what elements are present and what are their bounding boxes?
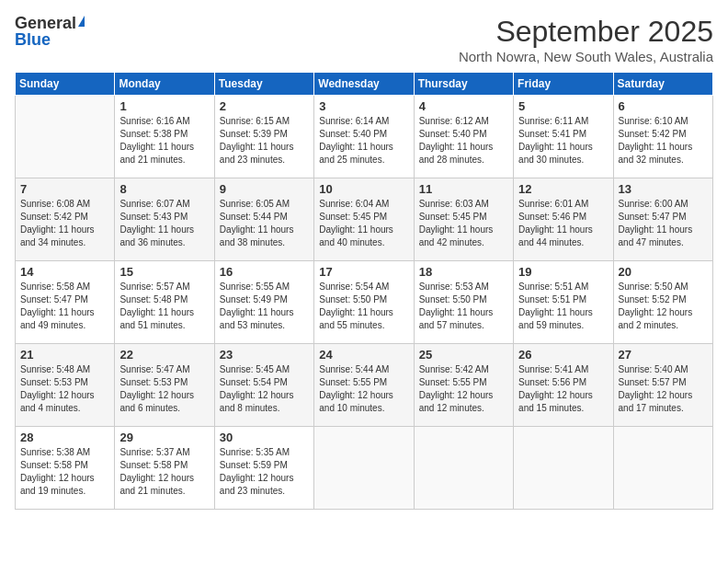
calendar-cell: 6 Sunrise: 6:10 AM Sunset: 5:42 PM Dayli…: [613, 96, 712, 178]
logo-icon: [78, 16, 85, 27]
calendar-cell: 9 Sunrise: 6:05 AM Sunset: 5:44 PM Dayli…: [214, 178, 313, 261]
calendar-cell: 24 Sunrise: 5:44 AM Sunset: 5:55 PM Dayl…: [314, 344, 414, 427]
calendar-cell: 19 Sunrise: 5:51 AM Sunset: 5:51 PM Dayl…: [514, 261, 613, 344]
calendar-cell: 27 Sunrise: 5:40 AM Sunset: 5:57 PM Dayl…: [613, 344, 712, 427]
calendar-cell: 23 Sunrise: 5:45 AM Sunset: 5:54 PM Dayl…: [214, 344, 313, 427]
day-number: 24: [319, 348, 408, 362]
day-info: Sunrise: 6:04 AM Sunset: 5:45 PM Dayligh…: [319, 198, 408, 249]
day-number: 27: [619, 348, 708, 362]
day-info: Sunrise: 5:50 AM Sunset: 5:52 PM Dayligh…: [619, 281, 708, 332]
day-info: Sunrise: 5:42 AM Sunset: 5:55 PM Dayligh…: [419, 363, 508, 415]
calendar-cell: 2 Sunrise: 6:15 AM Sunset: 5:39 PM Dayli…: [214, 96, 313, 178]
calendar-table: SundayMondayTuesdayWednesdayThursdayFrid…: [15, 72, 713, 510]
day-info: Sunrise: 5:37 AM Sunset: 5:58 PM Dayligh…: [119, 446, 209, 498]
day-number: 18: [419, 265, 508, 279]
day-number: 17: [319, 265, 408, 279]
calendar-cell: 15 Sunrise: 5:57 AM Sunset: 5:48 PM Dayl…: [115, 261, 214, 344]
week-row-4: 21 Sunrise: 5:48 AM Sunset: 5:53 PM Dayl…: [16, 344, 713, 427]
calendar-cell: 14 Sunrise: 5:58 AM Sunset: 5:47 PM Dayl…: [16, 261, 115, 344]
calendar-cell: [314, 427, 414, 510]
day-number: 8: [119, 182, 209, 196]
day-number: 22: [119, 348, 209, 362]
weekday-header-sunday: Sunday: [16, 73, 115, 96]
day-info: Sunrise: 5:55 AM Sunset: 5:49 PM Dayligh…: [220, 281, 309, 332]
day-info: Sunrise: 6:14 AM Sunset: 5:40 PM Dayligh…: [319, 115, 408, 167]
day-number: 23: [220, 348, 309, 362]
calendar-cell: 7 Sunrise: 6:08 AM Sunset: 5:42 PM Dayli…: [16, 178, 115, 261]
day-number: 14: [20, 265, 109, 279]
day-number: 19: [518, 265, 608, 279]
day-info: Sunrise: 6:12 AM Sunset: 5:40 PM Dayligh…: [419, 115, 508, 167]
page-header: General Blue September 2025 North Nowra,…: [15, 15, 713, 64]
calendar-cell: 8 Sunrise: 6:07 AM Sunset: 5:43 PM Dayli…: [115, 178, 214, 261]
day-info: Sunrise: 6:07 AM Sunset: 5:43 PM Dayligh…: [119, 198, 209, 249]
day-info: Sunrise: 6:10 AM Sunset: 5:42 PM Dayligh…: [619, 115, 708, 167]
month-title: September 2025: [459, 15, 713, 49]
day-number: 1: [119, 99, 209, 113]
weekday-header-thursday: Thursday: [414, 73, 513, 96]
weekday-header-tuesday: Tuesday: [214, 73, 313, 96]
logo-blue-text: Blue: [15, 31, 51, 48]
calendar-cell: 28 Sunrise: 5:38 AM Sunset: 5:58 PM Dayl…: [16, 427, 115, 510]
calendar-cell: 16 Sunrise: 5:55 AM Sunset: 5:49 PM Dayl…: [214, 261, 313, 344]
day-number: 15: [119, 265, 209, 279]
day-number: 2: [220, 99, 309, 113]
calendar-cell: 17 Sunrise: 5:54 AM Sunset: 5:50 PM Dayl…: [314, 261, 414, 344]
weekday-header-row: SundayMondayTuesdayWednesdayThursdayFrid…: [16, 73, 713, 96]
calendar-cell: 5 Sunrise: 6:11 AM Sunset: 5:41 PM Dayli…: [514, 96, 613, 178]
day-info: Sunrise: 5:40 AM Sunset: 5:57 PM Dayligh…: [619, 363, 708, 415]
day-number: 4: [419, 99, 508, 113]
week-row-3: 14 Sunrise: 5:58 AM Sunset: 5:47 PM Dayl…: [16, 261, 713, 344]
day-info: Sunrise: 5:51 AM Sunset: 5:51 PM Dayligh…: [518, 281, 608, 332]
calendar-cell: 3 Sunrise: 6:14 AM Sunset: 5:40 PM Dayli…: [314, 96, 414, 178]
weekday-header-friday: Friday: [514, 73, 613, 96]
day-number: 10: [319, 182, 408, 196]
day-info: Sunrise: 5:58 AM Sunset: 5:47 PM Dayligh…: [20, 281, 109, 332]
day-number: 29: [119, 431, 209, 444]
day-number: 26: [518, 348, 608, 362]
calendar-cell: 25 Sunrise: 5:42 AM Sunset: 5:55 PM Dayl…: [414, 344, 513, 427]
week-row-2: 7 Sunrise: 6:08 AM Sunset: 5:42 PM Dayli…: [16, 178, 713, 261]
day-info: Sunrise: 5:35 AM Sunset: 5:59 PM Dayligh…: [220, 446, 309, 498]
day-info: Sunrise: 5:44 AM Sunset: 5:55 PM Dayligh…: [319, 363, 408, 415]
day-info: Sunrise: 6:05 AM Sunset: 5:44 PM Dayligh…: [220, 198, 309, 249]
calendar-cell: 22 Sunrise: 5:47 AM Sunset: 5:53 PM Dayl…: [115, 344, 214, 427]
day-info: Sunrise: 6:00 AM Sunset: 5:47 PM Dayligh…: [619, 198, 708, 249]
calendar-cell: 30 Sunrise: 5:35 AM Sunset: 5:59 PM Dayl…: [214, 427, 313, 510]
day-number: 16: [220, 265, 309, 279]
day-info: Sunrise: 6:01 AM Sunset: 5:46 PM Dayligh…: [518, 198, 608, 249]
logo-general-text: General: [15, 15, 76, 31]
title-block: September 2025 North Nowra, New South Wa…: [459, 15, 713, 64]
day-number: 28: [20, 431, 109, 444]
day-number: 21: [20, 348, 109, 362]
calendar-cell: 11 Sunrise: 6:03 AM Sunset: 5:45 PM Dayl…: [414, 178, 513, 261]
day-info: Sunrise: 6:11 AM Sunset: 5:41 PM Dayligh…: [518, 115, 608, 167]
calendar-cell: 1 Sunrise: 6:16 AM Sunset: 5:38 PM Dayli…: [115, 96, 214, 178]
day-info: Sunrise: 5:57 AM Sunset: 5:48 PM Dayligh…: [119, 281, 209, 332]
logo: General Blue: [15, 15, 85, 48]
day-info: Sunrise: 6:15 AM Sunset: 5:39 PM Dayligh…: [220, 115, 309, 167]
day-number: 5: [518, 99, 608, 113]
location-title: North Nowra, New South Wales, Australia: [459, 49, 713, 64]
calendar-cell: 10 Sunrise: 6:04 AM Sunset: 5:45 PM Dayl…: [314, 178, 414, 261]
calendar-cell: 4 Sunrise: 6:12 AM Sunset: 5:40 PM Dayli…: [414, 96, 513, 178]
calendar-cell: [613, 427, 712, 510]
day-number: 25: [419, 348, 508, 362]
week-row-5: 28 Sunrise: 5:38 AM Sunset: 5:58 PM Dayl…: [16, 427, 713, 510]
day-info: Sunrise: 6:16 AM Sunset: 5:38 PM Dayligh…: [119, 115, 209, 167]
weekday-header-monday: Monday: [115, 73, 214, 96]
calendar-cell: [16, 96, 115, 178]
day-info: Sunrise: 5:38 AM Sunset: 5:58 PM Dayligh…: [20, 446, 109, 498]
calendar-cell: 18 Sunrise: 5:53 AM Sunset: 5:50 PM Dayl…: [414, 261, 513, 344]
day-number: 7: [20, 182, 109, 196]
calendar-cell: 21 Sunrise: 5:48 AM Sunset: 5:53 PM Dayl…: [16, 344, 115, 427]
day-number: 6: [619, 99, 708, 113]
day-number: 11: [419, 182, 508, 196]
day-number: 13: [619, 182, 708, 196]
weekday-header-saturday: Saturday: [613, 73, 712, 96]
day-info: Sunrise: 5:53 AM Sunset: 5:50 PM Dayligh…: [419, 281, 508, 332]
day-number: 30: [220, 431, 309, 444]
week-row-1: 1 Sunrise: 6:16 AM Sunset: 5:38 PM Dayli…: [16, 96, 713, 178]
day-info: Sunrise: 5:41 AM Sunset: 5:56 PM Dayligh…: [518, 363, 608, 415]
calendar-cell: [514, 427, 613, 510]
